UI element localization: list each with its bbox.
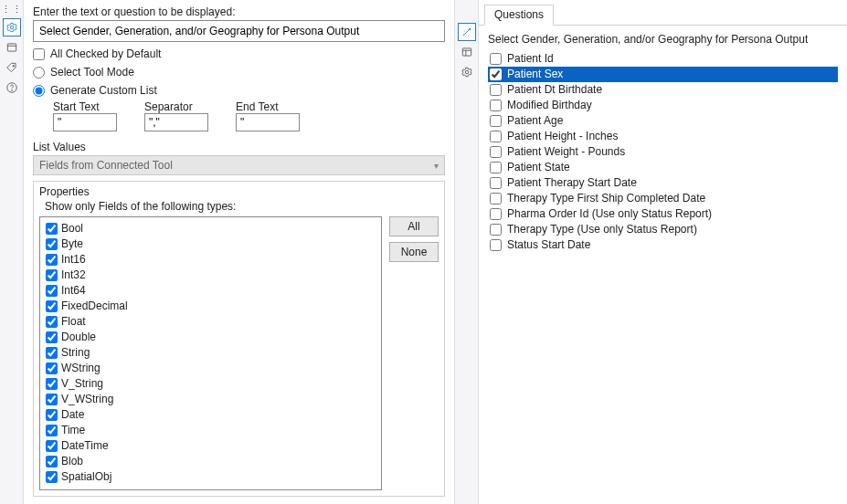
- type-checkbox[interactable]: [46, 394, 58, 405]
- end-text-input[interactable]: [236, 113, 300, 131]
- questions-list[interactable]: Patient IdPatient SexPatient Dt Birthdat…: [488, 51, 838, 253]
- type-checkbox[interactable]: [46, 456, 58, 467]
- type-item[interactable]: WString: [46, 361, 376, 376]
- svg-point-0: [10, 26, 14, 29]
- type-checkbox[interactable]: [46, 285, 58, 297]
- questions-panel: Questions Select Gender, Generation, and…: [479, 0, 847, 504]
- question-checkbox[interactable]: [490, 239, 502, 251]
- layout-icon[interactable]: [458, 43, 476, 61]
- tab-strip: Questions: [479, 0, 847, 26]
- tag-icon[interactable]: [3, 58, 21, 77]
- type-item[interactable]: Float: [46, 314, 376, 330]
- type-item[interactable]: Int16: [46, 252, 376, 268]
- none-button[interactable]: None: [389, 242, 439, 262]
- type-checkbox[interactable]: [46, 471, 58, 483]
- start-text-input[interactable]: [53, 113, 117, 131]
- list-values-label: List Values: [33, 141, 445, 153]
- type-checkbox[interactable]: [46, 362, 58, 374]
- question-checkbox[interactable]: [490, 193, 502, 205]
- question-item[interactable]: Patient Age: [488, 113, 838, 129]
- question-label: Patient Id: [507, 51, 554, 67]
- question-item[interactable]: Pharma Order Id (Use only Status Report): [488, 206, 838, 222]
- question-label: Patient Therapy Start Date: [507, 175, 637, 191]
- type-checkbox[interactable]: [46, 425, 58, 436]
- type-checkbox[interactable]: [46, 269, 58, 281]
- type-label: V_String: [61, 376, 103, 392]
- all-checked-label: All Checked by Default: [50, 47, 161, 60]
- type-item[interactable]: Int32: [46, 268, 376, 283]
- type-item[interactable]: Byte: [46, 236, 376, 252]
- question-item[interactable]: Patient Sex: [488, 67, 838, 82]
- question-checkbox[interactable]: [490, 162, 502, 173]
- select-tool-mode-radio[interactable]: [33, 67, 45, 79]
- type-item[interactable]: Int64: [46, 283, 376, 299]
- type-item[interactable]: V_WString: [46, 392, 376, 407]
- question-item[interactable]: Patient Id: [488, 51, 838, 67]
- types-label: Show only Fields of the following types:: [45, 200, 439, 213]
- type-checkbox[interactable]: [46, 300, 58, 312]
- left-icon-rail: ⋮⋮: [0, 0, 24, 504]
- all-button[interactable]: All: [389, 216, 439, 236]
- wand-icon[interactable]: [458, 23, 476, 41]
- gear-icon[interactable]: [458, 63, 476, 81]
- question-checkbox[interactable]: [490, 84, 502, 96]
- type-label: FixedDecimal: [61, 299, 128, 314]
- type-item[interactable]: Bool: [46, 221, 376, 236]
- question-checkbox[interactable]: [490, 146, 502, 158]
- type-label: DateTime: [61, 438, 109, 454]
- svg-rect-1: [7, 44, 16, 51]
- question-checkbox[interactable]: [490, 68, 502, 80]
- type-checkbox[interactable]: [46, 347, 58, 359]
- type-item[interactable]: String: [46, 345, 376, 361]
- question-label: Patient Height - Inches: [507, 129, 618, 144]
- type-checkbox[interactable]: [46, 238, 58, 250]
- type-item[interactable]: Blob: [46, 454, 376, 469]
- question-checkbox[interactable]: [490, 115, 502, 127]
- type-checkbox[interactable]: [46, 316, 58, 328]
- question-checkbox[interactable]: [490, 177, 502, 189]
- combo-value: Fields from Connected Tool: [39, 159, 173, 172]
- question-item[interactable]: Patient State: [488, 160, 838, 175]
- type-label: Blob: [61, 454, 83, 469]
- tab-questions[interactable]: Questions: [484, 5, 554, 26]
- question-item[interactable]: Modified Birthday: [488, 98, 838, 113]
- type-checkbox[interactable]: [46, 223, 58, 235]
- question-item[interactable]: Patient Dt Birthdate: [488, 82, 838, 98]
- question-label: Patient Sex: [507, 67, 563, 82]
- question-item[interactable]: Status Start Date: [488, 237, 838, 253]
- question-item[interactable]: Therapy Type (Use only Status Report): [488, 222, 838, 237]
- prompt-input[interactable]: [33, 20, 445, 42]
- gear-icon[interactable]: [3, 18, 21, 37]
- question-checkbox[interactable]: [490, 53, 502, 65]
- type-item[interactable]: Time: [46, 423, 376, 438]
- question-item[interactable]: Therapy Type First Ship Completed Date: [488, 191, 838, 206]
- type-checkbox[interactable]: [46, 440, 58, 452]
- window-icon[interactable]: [3, 38, 21, 57]
- types-list[interactable]: BoolByteInt16Int32Int64FixedDecimalFloat…: [39, 216, 382, 490]
- type-item[interactable]: V_String: [46, 376, 376, 392]
- question-item[interactable]: Patient Weight - Pounds: [488, 144, 838, 160]
- type-checkbox[interactable]: [46, 378, 58, 390]
- question-checkbox[interactable]: [490, 131, 502, 142]
- all-checked-checkbox[interactable]: [33, 48, 45, 60]
- type-item[interactable]: Date: [46, 407, 376, 423]
- type-item[interactable]: FixedDecimal: [46, 299, 376, 314]
- question-checkbox[interactable]: [490, 100, 502, 111]
- type-item[interactable]: DateTime: [46, 438, 376, 454]
- question-checkbox[interactable]: [490, 208, 502, 220]
- question-item[interactable]: Patient Therapy Start Date: [488, 175, 838, 191]
- type-checkbox[interactable]: [46, 254, 58, 266]
- type-checkbox[interactable]: [46, 331, 58, 343]
- start-text-label: Start Text: [53, 100, 117, 113]
- question-label: Patient Dt Birthdate: [507, 82, 602, 98]
- question-item[interactable]: Patient Height - Inches: [488, 129, 838, 144]
- help-icon[interactable]: [3, 79, 21, 97]
- generate-custom-list-radio[interactable]: [33, 85, 45, 97]
- type-checkbox[interactable]: [46, 409, 58, 421]
- type-item[interactable]: Double: [46, 330, 376, 345]
- separator-input[interactable]: [144, 113, 208, 131]
- type-label: WString: [61, 361, 101, 376]
- list-values-dropdown[interactable]: Fields from Connected Tool ▾: [33, 155, 445, 175]
- question-checkbox[interactable]: [490, 224, 502, 236]
- type-item[interactable]: SpatialObj: [46, 469, 376, 485]
